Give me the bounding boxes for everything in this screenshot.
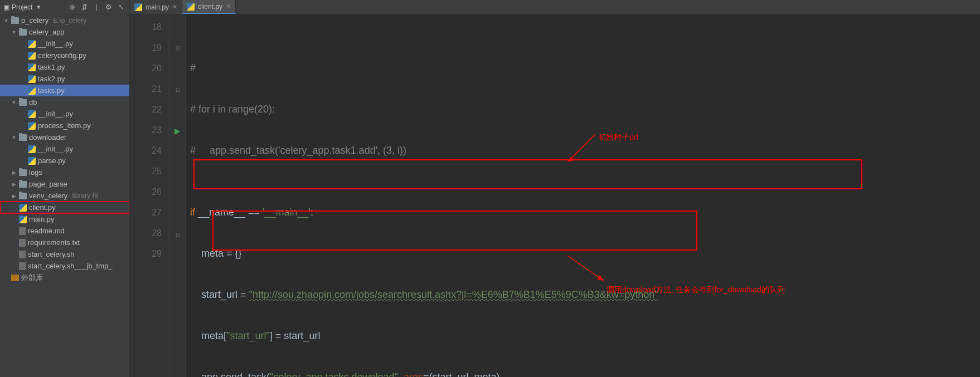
line-number: 19 xyxy=(132,37,162,58)
file-icon xyxy=(19,239,26,247)
project-tree[interactable]: ▼p_celeryE:\p_celery▼celery_app__init__.… xyxy=(0,14,130,377)
tree-item-client-py[interactable]: client.py xyxy=(0,202,129,213)
tree-item-path: library 根 xyxy=(72,191,99,200)
settings-icon[interactable]: ⚙ xyxy=(104,3,114,11)
fold-icon[interactable]: ⊟ xyxy=(170,224,185,245)
tree-item-label: celeryconfig.py xyxy=(38,51,86,60)
tree-item-start-celery-sh---jb-tmp-[interactable]: start_celery.sh___jb_tmp_ xyxy=(0,260,129,272)
py-icon xyxy=(28,157,36,165)
project-icon: ▣ xyxy=(3,3,9,11)
expand-arrow-icon[interactable]: ▶ xyxy=(11,193,17,199)
tree-item-label: start_celery.sh xyxy=(28,250,75,258)
python-file-icon xyxy=(187,3,195,11)
folder-icon xyxy=(11,17,19,24)
gutter-blank xyxy=(170,141,185,162)
code-area[interactable]: # # for i in range(20): # app.send_task(… xyxy=(186,14,980,377)
py-icon xyxy=(28,63,36,71)
code-editor[interactable]: 181920212223242526272829 ⊟ ⊟ ▶ ⊟ # # for… xyxy=(130,14,980,377)
line-number: 24 xyxy=(132,140,162,161)
line-number: 18 xyxy=(132,17,162,37)
tree-item-label: p_celery xyxy=(21,16,48,25)
tree-item-label: readme.md xyxy=(28,227,65,235)
tree-item-label: tasks.py xyxy=(38,86,65,95)
line-number: 29 xyxy=(132,243,162,264)
run-line-icon[interactable]: ▶ xyxy=(170,121,185,141)
tree-item-p-celery[interactable]: ▼p_celeryE:\p_celery xyxy=(0,14,129,26)
file-icon xyxy=(19,251,26,258)
tree-item-label: celery_app xyxy=(29,28,65,36)
scroll-from-source-icon[interactable]: ⊕ xyxy=(67,3,77,11)
py-icon xyxy=(28,40,36,48)
folder-icon xyxy=(19,169,27,176)
tree-item-start-celery-sh[interactable]: start_celery.sh xyxy=(0,248,129,260)
tree-item-label: parse.py xyxy=(38,156,66,165)
tab-client-py[interactable]: client.py ✕ xyxy=(182,0,236,14)
gutter-blank xyxy=(170,58,185,79)
tree-item-logs[interactable]: ▶logs xyxy=(0,167,129,178)
tree-item-task2-py[interactable]: task2.py xyxy=(0,73,129,85)
code-line: # app.send_task('celery_app.task1.add', … xyxy=(190,140,976,161)
tree-item-label: __init__.py xyxy=(38,40,73,48)
run-gutter: ⊟ ⊟ ▶ ⊟ xyxy=(170,14,186,377)
tree-item-label: start_celery.sh___jb_tmp_ xyxy=(28,262,113,270)
tree-item-label: venv_celery xyxy=(29,192,67,200)
line-number: 23 xyxy=(132,120,162,140)
py-icon xyxy=(28,122,36,130)
gutter-blank xyxy=(170,17,185,37)
line-number: 28 xyxy=(132,223,162,243)
tree-item---init---py[interactable]: __init__.py xyxy=(0,38,129,50)
gutter-blank xyxy=(170,183,185,203)
expand-arrow-icon[interactable]: ▶ xyxy=(11,170,17,175)
expand-arrow-icon[interactable]: ▼ xyxy=(11,135,17,140)
tree-item-celeryconfig-py[interactable]: celeryconfig.py xyxy=(0,50,129,61)
project-panel-header: ▣ Project ▼ ⊕ ⇵ | ⚙ ⤡ xyxy=(0,0,130,14)
tree-item-tasks-py[interactable]: tasks.py xyxy=(0,85,129,96)
tree-item-readme-md[interactable]: readme.md xyxy=(0,225,129,237)
tree-item-task1-py[interactable]: task1.py xyxy=(0,61,129,73)
py-icon xyxy=(28,87,36,95)
tree-item---init---py[interactable]: __init__.py xyxy=(0,143,129,155)
tab-label: client.py xyxy=(198,3,222,11)
code-line: start_url = "http://sou.zhaopin.com/jobs… xyxy=(190,285,976,305)
py-icon xyxy=(28,145,36,153)
expand-arrow-icon[interactable]: ▼ xyxy=(11,100,17,105)
tree-item-celery-app[interactable]: ▼celery_app xyxy=(0,26,129,38)
tree-item---init---py[interactable]: __init__.py xyxy=(0,108,129,120)
expand-arrow-icon[interactable]: ▼ xyxy=(3,18,9,23)
code-line: meta["start_url"] = start_url xyxy=(190,326,976,346)
close-icon[interactable]: ✕ xyxy=(226,3,231,10)
gutter-blank xyxy=(170,203,185,224)
tree-item----[interactable]: 外部库 xyxy=(0,272,129,283)
folder-icon xyxy=(19,29,27,36)
tab-label: main.py xyxy=(145,3,169,11)
fold-icon[interactable]: ⊟ xyxy=(170,37,185,58)
hide-icon[interactable]: ⤡ xyxy=(116,3,126,11)
close-icon[interactable]: ✕ xyxy=(172,3,177,11)
tree-item-label: main.py xyxy=(29,215,55,223)
folder-icon xyxy=(19,134,27,141)
py-icon xyxy=(19,216,27,223)
tree-item-label: logs xyxy=(29,168,42,177)
tree-item-db[interactable]: ▼db xyxy=(0,96,129,108)
tree-item-venv-celery[interactable]: ▶venv_celerylibrary 根 xyxy=(0,190,129,202)
tab-main-py[interactable]: main.py ✕ xyxy=(130,0,182,14)
tree-item-label: __init__.py xyxy=(38,145,73,153)
file-icon xyxy=(19,262,26,270)
tree-item-parse-py[interactable]: parse.py xyxy=(0,155,129,167)
tree-item-page-parse[interactable]: ▶page_parse xyxy=(0,178,129,190)
tree-item-path: E:\p_celery xyxy=(53,17,86,25)
gutter-blank xyxy=(170,100,185,121)
tree-item-downloader[interactable]: ▼downloader xyxy=(0,131,129,143)
fold-icon[interactable]: ⊟ xyxy=(170,79,185,100)
tree-item-requirements-txt[interactable]: requirements.txt xyxy=(0,237,129,248)
code-line: # xyxy=(190,58,976,79)
project-dropdown-icon[interactable]: ▼ xyxy=(36,4,41,10)
expand-arrow-icon[interactable]: ▶ xyxy=(11,182,17,187)
tree-item-process-item-py[interactable]: process_item.py xyxy=(0,120,129,131)
gutter-blank xyxy=(170,162,185,183)
code-line: # for i in range(20): xyxy=(190,99,976,120)
tree-item-label: 外部库 xyxy=(21,273,43,283)
collapse-all-icon[interactable]: ⇵ xyxy=(79,3,89,11)
expand-arrow-icon[interactable]: ▼ xyxy=(11,30,17,35)
tree-item-main-py[interactable]: main.py xyxy=(0,213,129,225)
